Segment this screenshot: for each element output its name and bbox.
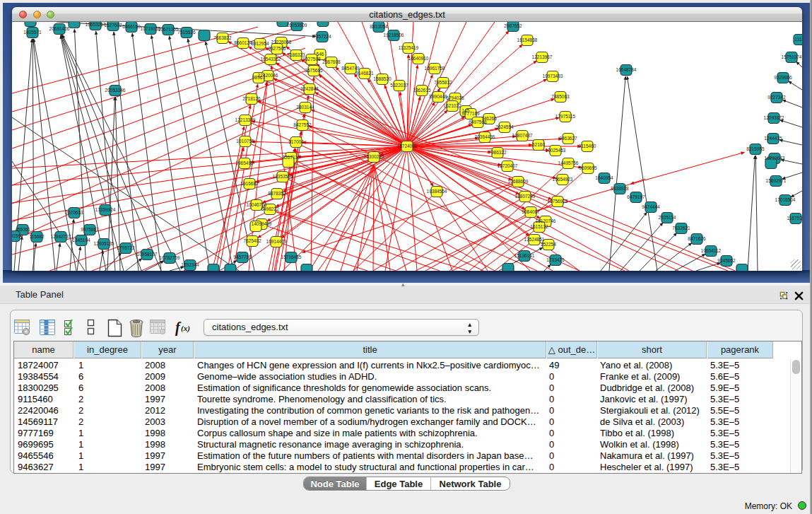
svg-text:9327506: 9327506 <box>268 46 286 51</box>
svg-text:9329966: 9329966 <box>774 75 792 80</box>
svg-text:9777169: 9777169 <box>461 111 480 116</box>
svg-text:9245652: 9245652 <box>717 258 736 263</box>
svg-text:10807487: 10807487 <box>512 133 533 138</box>
svg-text:9242848: 9242848 <box>300 86 319 91</box>
svg-text:16120746: 16120746 <box>536 218 556 223</box>
svg-text:11325419: 11325419 <box>399 45 419 50</box>
svg-text:2935114: 2935114 <box>659 215 676 220</box>
svg-text:6479197: 6479197 <box>627 194 645 199</box>
svg-text:10671355: 10671355 <box>158 27 179 32</box>
svg-text:2367608: 2367608 <box>322 59 341 64</box>
svg-text:18807249: 18807249 <box>515 194 536 199</box>
svg-text:16210643: 16210643 <box>765 156 785 160</box>
svg-text:16914479: 16914479 <box>266 239 287 244</box>
svg-text:7357224: 7357224 <box>313 34 331 39</box>
svg-text:1965492: 1965492 <box>235 160 254 165</box>
svg-text:1362615: 1362615 <box>413 88 431 93</box>
svg-text:9463627: 9463627 <box>559 136 577 141</box>
svg-text:115682: 115682 <box>29 234 45 239</box>
svg-text:15751074: 15751074 <box>782 54 802 59</box>
svg-text:10973493: 10973493 <box>543 74 563 78</box>
svg-text:14495756: 14495756 <box>558 160 579 165</box>
svg-text:9474444: 9474444 <box>642 204 660 209</box>
svg-text:1167533: 1167533 <box>787 216 802 221</box>
svg-text:16782759: 16782759 <box>160 255 180 260</box>
svg-text:17016504: 17016504 <box>775 197 796 202</box>
svg-text:1733426: 1733426 <box>546 257 565 262</box>
svg-text:8990448: 8990448 <box>429 94 447 99</box>
svg-text:23226058: 23226058 <box>271 40 292 45</box>
svg-text:1916682: 1916682 <box>240 181 259 186</box>
svg-text:8813054: 8813054 <box>370 24 388 29</box>
svg-text:7986322: 7986322 <box>488 150 507 155</box>
svg-text:15716485: 15716485 <box>281 255 302 259</box>
svg-text:9227342: 9227342 <box>767 95 786 100</box>
svg-text:16543362: 16543362 <box>261 57 281 62</box>
svg-text:1527602: 1527602 <box>104 23 122 28</box>
svg-text:8454749: 8454749 <box>341 66 360 71</box>
svg-text:20691406: 20691406 <box>49 26 70 31</box>
svg-text:7485063: 7485063 <box>551 94 570 99</box>
svg-text:1010755: 1010755 <box>236 139 254 144</box>
svg-text:7663822: 7663822 <box>213 35 232 40</box>
svg-text:16053809: 16053809 <box>287 23 307 28</box>
svg-text:25300275: 25300275 <box>364 154 384 159</box>
svg-text:10653267: 10653267 <box>86 22 106 27</box>
svg-text:2020653: 2020653 <box>65 210 83 215</box>
svg-text:19654923: 19654923 <box>553 177 573 182</box>
svg-text:17975115: 17975115 <box>555 114 576 119</box>
svg-text:1621022: 1621022 <box>443 103 461 108</box>
svg-text:16154838: 16154838 <box>517 37 538 42</box>
svg-text:6498222: 6498222 <box>261 206 279 211</box>
svg-text:10958107: 10958107 <box>137 252 158 257</box>
svg-text:16961758: 16961758 <box>425 66 445 71</box>
svg-text:12942737: 12942737 <box>51 234 71 239</box>
svg-text:13524851: 13524851 <box>524 237 545 242</box>
svg-text:1640954: 1640954 <box>595 175 613 180</box>
svg-text:8215955: 8215955 <box>746 146 765 151</box>
svg-text:2718126: 2718126 <box>242 96 261 101</box>
svg-text:5322037: 5322037 <box>390 83 408 88</box>
svg-text:1588520: 1588520 <box>373 76 392 81</box>
svg-text:15692971: 15692971 <box>766 178 787 183</box>
svg-text:39159: 39159 <box>12 233 20 238</box>
svg-text:1615132: 1615132 <box>530 224 548 229</box>
svg-text:12213967: 12213967 <box>532 54 553 59</box>
svg-text:917004: 917004 <box>288 139 304 144</box>
svg-text:15720407: 15720407 <box>498 163 518 168</box>
svg-text:2087652: 2087652 <box>504 23 522 28</box>
svg-text:3624554: 3624554 <box>495 124 514 129</box>
svg-text:455061: 455061 <box>15 227 30 232</box>
svg-text:8878352: 8878352 <box>268 191 286 196</box>
svg-text:9146821: 9146821 <box>355 71 374 76</box>
svg-text:10025453: 10025453 <box>546 148 566 153</box>
svg-text:98961: 98961 <box>252 75 265 80</box>
svg-text:3675685: 3675685 <box>305 68 323 73</box>
svg-text:1244415: 1244415 <box>764 136 782 141</box>
svg-text:16648784: 16648784 <box>616 67 637 72</box>
svg-text:9975867: 9975867 <box>81 227 99 232</box>
svg-text:7515526: 7515526 <box>177 30 196 35</box>
svg-text:6497568: 6497568 <box>469 119 487 124</box>
svg-text:19756928: 19756928 <box>548 199 568 204</box>
svg-text:6466160: 6466160 <box>122 24 141 29</box>
svg-text:1345194: 1345194 <box>72 238 90 243</box>
svg-text:3267110: 3267110 <box>283 155 300 160</box>
svg-text:15136141: 15136141 <box>514 253 535 258</box>
svg-text:18724007: 18724007 <box>397 144 418 148</box>
svg-text:12093872: 12093872 <box>764 115 784 120</box>
svg-text:8471626: 8471626 <box>688 236 706 241</box>
svg-text:16640910: 16640910 <box>408 56 429 61</box>
svg-text:12353594: 12353594 <box>273 174 293 179</box>
svg-text:12905135: 12905135 <box>94 241 114 246</box>
svg-text:17359924: 17359924 <box>95 207 116 212</box>
svg-text:20053346: 20053346 <box>105 88 126 93</box>
svg-text:10654112: 10654112 <box>701 248 722 253</box>
svg-text:8938928: 8938928 <box>611 186 629 191</box>
svg-text:1112: 1112 <box>794 37 802 42</box>
svg-text:9084067: 9084067 <box>522 209 540 214</box>
svg-text:9457791: 9457791 <box>233 255 252 259</box>
svg-text:1795722: 1795722 <box>117 245 135 250</box>
svg-text:1292344: 1292344 <box>181 262 199 267</box>
svg-text:10688609: 10688609 <box>508 179 529 184</box>
